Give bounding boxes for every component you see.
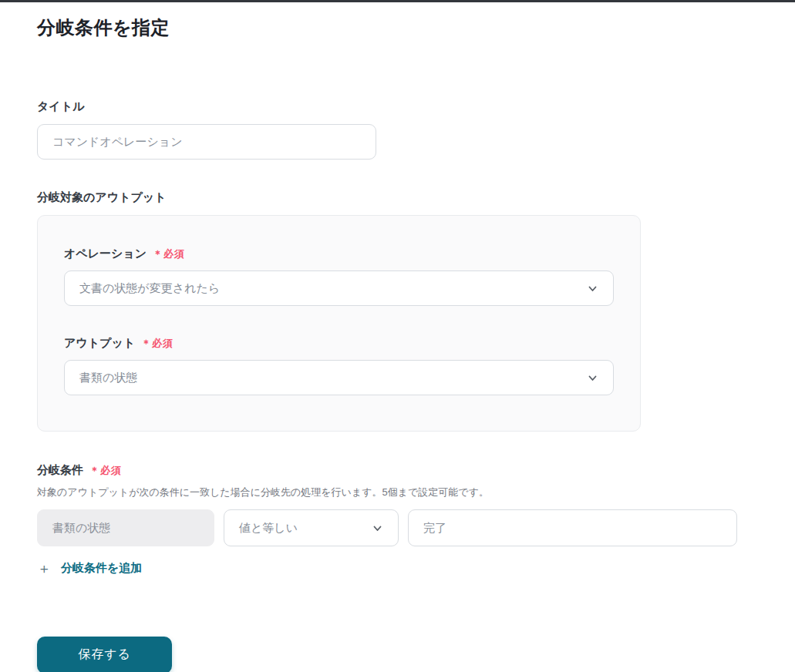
operation-selected-value: 文書の状態が変更されたら xyxy=(79,281,220,296)
condition-required-badge: ＊必須 xyxy=(89,464,122,478)
output-section-label: 分岐対象のアウトプット xyxy=(37,190,758,205)
page-title: 分岐条件を指定 xyxy=(37,15,758,40)
branch-condition-form: 分岐条件を指定 タイトル 分岐対象のアウトプット オペレーション ＊必須 文書の… xyxy=(0,15,795,672)
condition-target-field: 書類の状態 xyxy=(37,509,214,546)
operation-field-label: オペレーション ＊必須 xyxy=(64,247,614,261)
condition-label-text: 分岐条件 xyxy=(37,463,83,478)
title-label-text: タイトル xyxy=(37,99,84,114)
add-condition-link[interactable]: ＋ 分岐条件を追加 xyxy=(37,561,142,576)
output-required-badge: ＊必須 xyxy=(141,337,173,351)
chevron-down-icon xyxy=(587,372,598,384)
condition-operator-select[interactable]: 値と等しい xyxy=(224,509,399,546)
plus-icon: ＋ xyxy=(37,562,51,576)
condition-operator-value: 値と等しい xyxy=(239,521,298,536)
output-select[interactable]: 書類の状態 xyxy=(64,360,614,395)
title-input[interactable] xyxy=(37,124,376,160)
window-top-edge xyxy=(0,0,795,2)
operation-label-text: オペレーション xyxy=(64,247,147,261)
save-button[interactable]: 保存する xyxy=(37,637,172,672)
output-section-card: オペレーション ＊必須 文書の状態が変更されたら アウトプット ＊必須 書類の状… xyxy=(37,215,641,432)
operation-select[interactable]: 文書の状態が変更されたら xyxy=(64,270,614,306)
output-section-label-text: 分岐対象のアウトプット xyxy=(37,190,166,205)
output-selected-value: 書類の状態 xyxy=(79,371,137,385)
condition-value-input[interactable] xyxy=(408,509,737,546)
condition-target-value: 書類の状態 xyxy=(52,521,110,536)
output-label-text: アウトプット xyxy=(64,336,135,351)
chevron-down-icon xyxy=(587,283,598,294)
condition-section-label: 分岐条件 ＊必須 xyxy=(37,463,758,478)
operation-required-badge: ＊必須 xyxy=(153,247,185,261)
add-condition-label: 分岐条件を追加 xyxy=(61,561,142,576)
condition-description: 対象のアウトプットが次の条件に一致した場合に分岐先の処理を行います。5個まで設定… xyxy=(37,486,758,499)
output-field-label: アウトプット ＊必須 xyxy=(64,336,614,351)
condition-row: 書類の状態 値と等しい xyxy=(37,509,758,546)
title-field-label: タイトル xyxy=(37,99,758,114)
chevron-down-icon xyxy=(372,522,383,534)
